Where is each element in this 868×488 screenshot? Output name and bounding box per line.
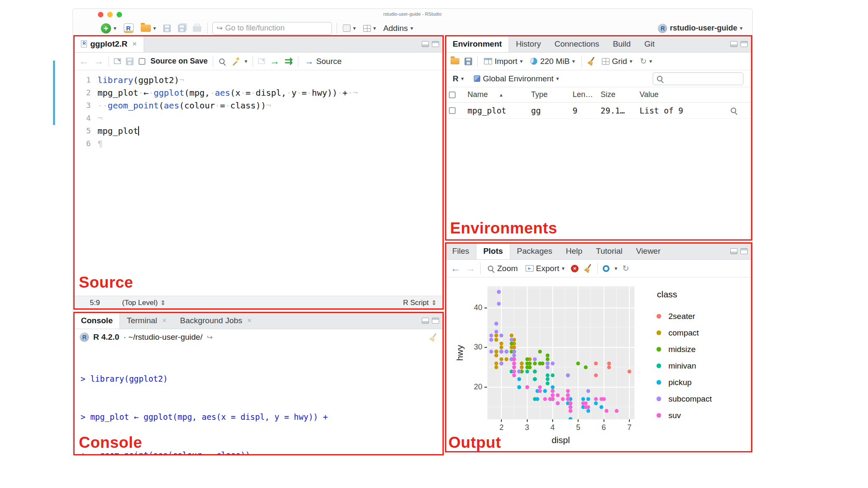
maximize-pane-icon[interactable] <box>432 41 439 47</box>
next-plot-icon[interactable]: → <box>465 263 475 273</box>
scatter-point <box>528 366 531 369</box>
workspace-panes-button[interactable]: ▾ <box>362 24 378 33</box>
scatter-point <box>512 354 516 358</box>
environment-search-box[interactable] <box>653 72 743 85</box>
minimize-pane-icon[interactable] <box>422 318 429 324</box>
tab-files[interactable]: Files <box>445 243 476 259</box>
code-area[interactable]: library(ggplot2)¬mpg_plot·←·ggplot(mpg,·… <box>97 74 443 296</box>
remove-plot-icon[interactable]: × <box>571 265 579 272</box>
addins-button[interactable]: Addins ▾ <box>382 23 415 34</box>
forward-icon[interactable]: → <box>94 56 103 66</box>
environment-selector[interactable]: Global Environment ▾ <box>473 73 560 84</box>
code-token: )) <box>327 88 337 98</box>
grid-view-button[interactable]: Grid ▾ <box>601 56 634 67</box>
new-file-button[interactable]: + ▾ <box>100 22 118 34</box>
code-line[interactable]: mpg_plot·←·ggplot(mpg,·aes(x·=·displ,·y·… <box>97 86 443 99</box>
print-button[interactable] <box>192 24 203 33</box>
maximize-pane-icon[interactable] <box>740 248 748 254</box>
tab-viewer[interactable]: Viewer <box>629 243 668 259</box>
load-workspace-icon[interactable] <box>451 58 459 64</box>
tab-connections[interactable]: Connections <box>548 36 606 52</box>
source-on-save-checkbox[interactable] <box>139 58 145 65</box>
tab-terminal[interactable]: Terminal × <box>120 312 173 329</box>
code-token: ¬ <box>97 113 103 123</box>
rerun-icon[interactable]: ⇉ <box>285 56 293 66</box>
tab-git[interactable]: Git <box>637 36 661 52</box>
close-icon[interactable]: × <box>133 40 137 48</box>
toolbar-separator <box>477 56 478 67</box>
refresh-plot-icon[interactable]: ↻ <box>623 263 629 273</box>
code-line[interactable]: mpg_plot <box>97 125 443 137</box>
tab-packages[interactable]: Packages <box>510 243 559 259</box>
column-header-length[interactable]: Len… <box>573 90 601 99</box>
column-header-type[interactable]: Type <box>531 90 573 99</box>
inspect-object-icon[interactable] <box>730 107 737 114</box>
goto-input[interactable] <box>225 24 328 33</box>
export-button[interactable]: Export ▾ <box>524 263 566 274</box>
memory-usage-button[interactable]: 220 MiB ▾ <box>529 56 576 67</box>
minimize-pane-icon[interactable] <box>422 41 429 47</box>
run-icon[interactable]: → <box>270 56 280 66</box>
code-line[interactable]: library(ggplot2)¬ <box>97 74 443 86</box>
tab-help[interactable]: Help <box>559 243 589 259</box>
minimize-pane-icon[interactable] <box>730 41 737 47</box>
scope-selector[interactable]: (Top Level) ⇕ <box>122 299 166 307</box>
row-checkbox[interactable] <box>449 107 456 114</box>
clear-console-icon[interactable] <box>429 333 437 342</box>
close-icon[interactable]: × <box>248 316 252 325</box>
tab-environment[interactable]: Environment <box>445 36 509 52</box>
code-tools-icon[interactable] <box>231 57 239 66</box>
open-file-button[interactable]: ▾ <box>139 24 158 33</box>
file-type-selector[interactable]: R Script ⇕ <box>403 299 437 307</box>
language-selector[interactable]: R ▾ <box>451 73 465 84</box>
clear-plots-icon[interactable] <box>584 264 592 273</box>
find-replace-icon[interactable] <box>218 58 226 65</box>
previous-plot-icon[interactable]: ← <box>451 263 460 273</box>
save-button[interactable] <box>162 24 172 33</box>
environment-search-input[interactable] <box>666 75 740 83</box>
sort-ascending-icon: ▲ <box>499 92 504 97</box>
scatter-point <box>576 361 580 365</box>
compile-report-icon[interactable] <box>258 58 265 64</box>
column-header-size[interactable]: Size <box>601 90 640 99</box>
table-row[interactable]: mpg_plot gg 9 29.1… List of 9 <box>445 103 752 119</box>
source-button[interactable]: → Source <box>303 56 343 67</box>
column-header-name[interactable]: Name ▲ <box>467 90 531 99</box>
save-workspace-icon[interactable] <box>465 58 472 65</box>
code-line[interactable]: ¶ <box>97 137 443 150</box>
maximize-pane-icon[interactable] <box>432 318 439 324</box>
new-project-button[interactable]: R <box>122 22 135 34</box>
select-all-checkbox[interactable] <box>449 92 456 98</box>
back-icon[interactable]: ← <box>79 56 89 66</box>
goto-file-function-box[interactable]: ↪ <box>212 22 332 35</box>
console-output[interactable]: > library(ggplot2) > mpg_plot ← ggplot(m… <box>74 345 443 455</box>
code-line[interactable]: ¬ <box>97 112 443 125</box>
tab-history[interactable]: History <box>509 36 548 52</box>
line-number: 6 <box>74 137 91 150</box>
minimize-pane-icon[interactable] <box>730 248 737 254</box>
code-editor[interactable]: 123456 library(ggplot2)¬mpg_plot·←·ggplo… <box>74 70 443 296</box>
column-header-value[interactable]: Value <box>640 90 730 99</box>
open-new-window-icon[interactable] <box>114 58 121 64</box>
import-dataset-button[interactable]: Import ▾ <box>483 56 524 67</box>
save-source-icon[interactable] <box>126 58 134 65</box>
tab-plots[interactable]: Plots <box>476 243 510 259</box>
tab-ggplot2-r[interactable]: ggplot2.R × <box>74 36 144 52</box>
pane-layout-button[interactable]: ▾ <box>342 24 357 33</box>
show-directory-icon[interactable]: ↪ <box>207 333 213 342</box>
close-icon[interactable]: × <box>162 316 167 325</box>
tab-tutorial[interactable]: Tutorial <box>589 243 629 259</box>
save-all-button[interactable] <box>177 24 187 33</box>
tab-build[interactable]: Build <box>606 36 637 52</box>
tab-background-jobs[interactable]: Background Jobs × <box>173 312 259 329</box>
maximize-pane-icon[interactable] <box>740 41 748 47</box>
project-menu-button[interactable]: R rstudio-user-guide ▾ <box>657 23 744 34</box>
refresh-environment-button[interactable]: ↻ ▾ <box>639 55 653 67</box>
clear-environment-icon[interactable] <box>587 57 595 66</box>
tab-console[interactable]: Console <box>74 312 120 329</box>
code-line[interactable]: ··geom_point(aes(colour·=·class))¬ <box>97 99 443 112</box>
zoom-button[interactable]: Zoom <box>486 263 519 274</box>
project-name: rstudio-user-guide <box>670 24 737 33</box>
publish-icon[interactable] <box>603 265 609 272</box>
scatter-point <box>525 369 529 373</box>
